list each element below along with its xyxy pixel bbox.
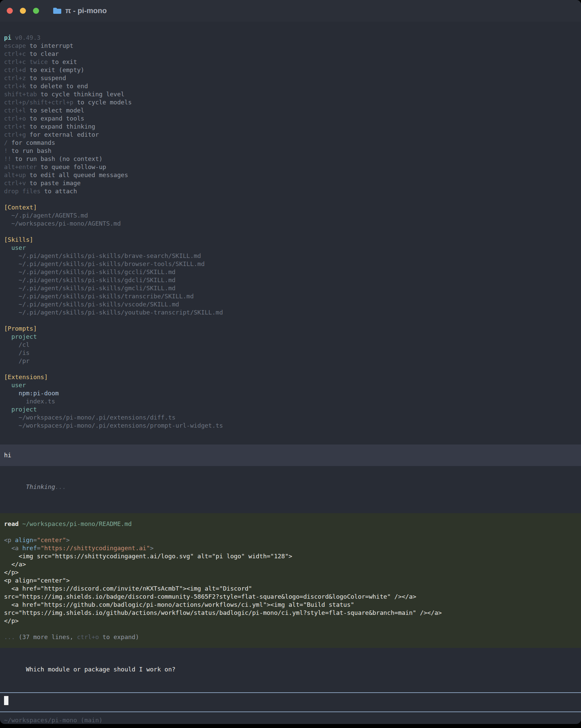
text-segment: to exit (empty): [26, 66, 84, 73]
terminal-line: [4, 195, 576, 203]
text-segment: [Extensions]: [4, 373, 48, 381]
thinking-indicator: Thinking...: [4, 475, 576, 499]
tool-output-line: </p>: [4, 617, 577, 625]
text-segment: =: [37, 545, 41, 551]
maximize-button[interactable]: [33, 8, 39, 14]
terminal-line: [4, 228, 576, 236]
text-segment: to run bash (no context): [11, 155, 103, 162]
text-segment: ~/workspaces/pi-mono/AGENTS.md: [4, 220, 121, 227]
text-segment: ctrl+l: [4, 107, 26, 114]
text-segment: alt+up: [4, 172, 26, 179]
text-segment: escape: [4, 42, 26, 49]
terminal-line: project: [4, 333, 576, 341]
input-divider-bottom: [0, 711, 581, 712]
terminal-line: escape to interrupt: [4, 42, 576, 50]
terminal-line: ~/.pi/agent/skills/pi-skills/youtube-tra…: [4, 308, 576, 316]
text-segment: href: [22, 545, 37, 551]
text-segment: "center": [37, 537, 66, 544]
terminal-line: ~/workspaces/pi-mono/.pi/extensions/prom…: [4, 422, 576, 430]
text-segment: ~/.pi/agent/skills/pi-skills/browser-too…: [4, 260, 205, 267]
terminal-line: ctrl+p/shift+ctrl+p to cycle models: [4, 98, 576, 106]
text-segment: pi: [4, 34, 11, 41]
text-segment: (37 more lines,: [19, 633, 77, 641]
text-segment: ~/.pi/agent/AGENTS.md: [4, 212, 88, 219]
terminal-line: [Context]: [4, 203, 576, 211]
titlebar: π - pi-mono: [0, 0, 581, 22]
text-segment: >: [150, 545, 154, 551]
text-segment: ~/workspaces/pi-mono (main): [4, 717, 103, 724]
assistant-message-text: Which module or package should I work on…: [26, 666, 175, 673]
text-segment: <img src="https://shittycodingagent.ai/l…: [4, 552, 292, 560]
text-segment: =: [33, 537, 37, 544]
terminal-line: ctrl+z to suspend: [4, 74, 576, 82]
tool-output-line: src="https://img.shields.io/badge/discor…: [4, 593, 577, 601]
terminal-line: index.ts: [4, 397, 576, 406]
prompt-input[interactable]: [4, 693, 576, 711]
text-segment: ~/.pi/agent/skills/pi-skills/brave-searc…: [4, 252, 201, 259]
text-segment: ctrl+v: [4, 180, 26, 186]
terminal-line: project: [4, 406, 576, 414]
text-segment: shift+tab: [4, 90, 37, 98]
text-segment: <a href="https://discord.com/invite/nKXT…: [4, 585, 252, 592]
text-segment: ~/.pi/agent/skills/pi-skills/gccli/SKILL…: [4, 268, 175, 276]
tool-output-line: src="https://img.shields.io/github/actio…: [4, 609, 577, 617]
text-segment: ~/workspaces/pi-mono/.pi/extensions/diff…: [4, 414, 175, 421]
text-segment: /cl: [4, 341, 30, 348]
status-bar: ~/workspaces/pi-mono (main)↑4.7k ↓44 R3.…: [4, 716, 576, 724]
text-segment: to attach: [41, 187, 77, 194]
text-segment: to clear: [26, 50, 59, 57]
terminal-content: pi v0.49.3escape to interruptctrl+c to c…: [0, 22, 581, 724]
terminal-line: ~/.pi/agent/skills/pi-skills/vscode/SKIL…: [4, 301, 576, 308]
text-segment: /is: [4, 349, 30, 356]
text-segment: to delete to end: [26, 82, 88, 89]
text-segment: ...: [4, 633, 19, 641]
text-segment: to suspend: [26, 74, 66, 81]
startup-output: pi v0.49.3escape to interruptctrl+c to c…: [4, 34, 576, 430]
terminal-line: [4, 365, 576, 373]
text-segment: ~/.pi/agent/skills/pi-skills/gdcli/SKILL…: [4, 277, 175, 284]
terminal-line: / for commands: [4, 139, 576, 147]
user-message-text: hi: [4, 451, 577, 459]
terminal-line: [Prompts]: [4, 324, 576, 333]
terminal-line: ~/.pi/agent/AGENTS.md: [4, 211, 576, 219]
tool-output-line: <p align="center">: [4, 536, 577, 544]
terminal-line: shift+tab to cycle thinking level: [4, 90, 576, 98]
terminal-line: ~/.pi/agent/skills/pi-skills/gdcli/SKILL…: [4, 276, 576, 284]
terminal-line: [Skills]: [4, 236, 576, 244]
text-segment: to expand thinking: [26, 123, 95, 130]
terminal-line: ~/workspaces/pi-mono/.pi/extensions/diff…: [4, 414, 576, 422]
text-segment: !: [4, 147, 8, 154]
window-title: π - pi-mono: [65, 6, 107, 15]
terminal-window: π - pi-mono pi v0.49.3escape to interrup…: [0, 0, 581, 724]
text-segment: ~/workspaces/pi-mono/.pi/extensions/prom…: [4, 422, 223, 429]
text-segment: ~/.pi/agent/skills/pi-skills/vscode/SKIL…: [4, 301, 179, 308]
text-segment: align: [15, 537, 33, 544]
text-cursor: [4, 696, 8, 705]
text-segment: ~/.pi/agent/skills/pi-skills/transcribe/…: [4, 293, 194, 300]
tool-call-block: read ~/workspaces/pi-mono/README.md<p al…: [0, 513, 581, 648]
text-segment: project: [4, 406, 37, 413]
status-line: ~/workspaces/pi-mono (main): [4, 716, 576, 724]
text-segment: user: [4, 382, 26, 389]
text-segment: </p>: [4, 617, 19, 624]
text-segment: npm:pi-doom: [4, 390, 59, 397]
terminal-line: ~/.pi/agent/skills/pi-skills/transcribe/…: [4, 292, 576, 301]
thinking-label: Thinking: [26, 483, 55, 490]
text-segment: to expand tools: [26, 115, 84, 122]
text-segment: ctrl+o: [77, 633, 99, 641]
text-segment: [Context]: [4, 204, 37, 211]
text-segment: >: [66, 537, 70, 544]
text-segment: to cycle models: [73, 99, 132, 106]
tool-output-line: <a href="https://github.com/badlogic/pi-…: [4, 601, 577, 609]
text-segment: to run bash: [8, 147, 52, 154]
tool-output-line: </p>: [4, 568, 577, 576]
text-segment: project: [4, 333, 37, 340]
terminal-line: alt+up to edit all queued messages: [4, 171, 576, 179]
minimize-button[interactable]: [20, 8, 26, 14]
terminal-line: ctrl+g for external editor: [4, 131, 576, 139]
tool-output-line: <p align="center">: [4, 576, 577, 584]
close-button[interactable]: [7, 8, 13, 14]
tool-output-line: read ~/workspaces/pi-mono/README.md: [4, 520, 577, 528]
text-segment: /pr: [4, 357, 30, 364]
user-message: hi: [0, 444, 581, 466]
